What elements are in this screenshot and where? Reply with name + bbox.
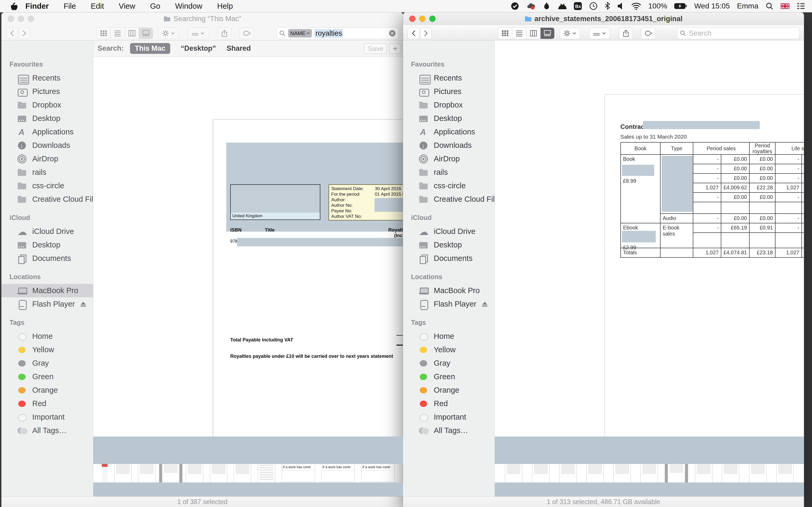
clear-search-icon[interactable] xyxy=(389,30,396,37)
close-button[interactable] xyxy=(409,15,415,22)
share-button[interactable] xyxy=(619,27,633,39)
gallery-thumbnail[interactable]: If a work has contr xyxy=(282,463,315,482)
sidebar-item[interactable]: Orange xyxy=(2,383,93,397)
column-view-button[interactable] xyxy=(526,28,541,39)
menu-item-go[interactable]: Go xyxy=(143,2,168,11)
sidebar-item[interactable]: MacBook Pro xyxy=(2,284,93,297)
scope-shared[interactable]: Shared xyxy=(226,44,251,53)
tag-button[interactable] xyxy=(240,27,254,39)
sidebar-item[interactable]: iCloud Drive xyxy=(2,225,93,238)
column-view-button[interactable] xyxy=(125,28,139,39)
group-menu-button[interactable] xyxy=(188,27,208,39)
group-menu-button[interactable] xyxy=(589,27,610,39)
sidebar-item[interactable]: Pictures xyxy=(2,85,93,98)
icon-view-button[interactable] xyxy=(97,28,111,39)
sidebar-item[interactable]: Dropbox xyxy=(2,98,93,112)
sidebar-item[interactable]: All Tags… xyxy=(2,424,93,437)
scope-this-mac[interactable]: This Mac xyxy=(130,43,170,54)
sidebar-item[interactable]: css-circle xyxy=(403,179,495,192)
cloud-app-status-icon[interactable] xyxy=(526,2,536,10)
close-button[interactable] xyxy=(8,15,14,22)
eject-icon[interactable] xyxy=(481,301,488,307)
sidebar-item[interactable]: All Tags… xyxy=(403,424,495,437)
blocker-status-icon[interactable]: Bx xyxy=(573,2,582,10)
minimize-button[interactable] xyxy=(419,15,425,22)
wifi-status-icon[interactable] xyxy=(631,2,641,10)
search-query-text[interactable]: royalties xyxy=(314,29,343,38)
sidebar-item[interactable]: Dropbox xyxy=(403,98,495,112)
save-search-button[interactable]: Save xyxy=(364,43,387,54)
sidebar-item[interactable]: Yellow xyxy=(2,343,93,356)
sidebar-item[interactable]: Important xyxy=(2,410,93,424)
sidebar-item[interactable]: Recents xyxy=(403,71,495,85)
animal-status-icon[interactable] xyxy=(557,2,566,10)
sidebar-item[interactable]: Home xyxy=(2,330,93,343)
sidebar-item[interactable]: Gray xyxy=(403,356,495,370)
back-button[interactable] xyxy=(408,27,419,39)
sidebar-item[interactable]: css-circle xyxy=(2,179,93,192)
sidebar-item[interactable]: Flash Player xyxy=(403,297,495,311)
right-title-bar[interactable]: archive_statements_200618173451_original xyxy=(403,12,804,25)
sidebar-item[interactable]: Applications xyxy=(403,125,495,138)
gallery-view-button[interactable] xyxy=(139,28,153,39)
gallery-view-button[interactable] xyxy=(541,28,554,39)
time-machine-status-icon[interactable] xyxy=(589,2,598,10)
zoom-button[interactable] xyxy=(28,15,34,22)
sidebar-item[interactable]: Gray xyxy=(2,356,93,370)
tag-button[interactable] xyxy=(641,27,656,39)
sales-statement-page[interactable]: Contract: Sales up to 31 March 2020 Book… xyxy=(605,94,804,449)
sidebar-item[interactable]: AirDrop xyxy=(403,152,495,166)
gallery-thumbnail[interactable]: If a work has contr xyxy=(361,463,395,482)
menu-item-view[interactable]: View xyxy=(111,2,143,11)
spotlight-icon[interactable] xyxy=(765,2,773,10)
search-field[interactable]: NAME royalties xyxy=(276,27,399,39)
search-token-name[interactable]: NAME xyxy=(288,29,312,38)
input-source-flag-icon[interactable] xyxy=(780,3,790,9)
sidebar-item[interactable]: Downloads xyxy=(403,138,495,152)
back-button[interactable] xyxy=(6,27,18,39)
sidebar-item[interactable]: Creative Cloud Files xyxy=(2,192,93,206)
menu-bar-clock[interactable]: Wed 15:05 xyxy=(694,2,730,10)
forward-button[interactable] xyxy=(420,27,432,39)
sidebar-item[interactable]: Downloads xyxy=(2,138,93,152)
menu-item-file[interactable]: File xyxy=(56,2,84,11)
notification-center-icon[interactable] xyxy=(797,3,805,9)
sidebar-item[interactable]: Flash Player xyxy=(2,297,93,311)
sidebar-item[interactable]: Desktop xyxy=(2,238,93,251)
sidebar-item[interactable]: Green xyxy=(403,370,495,383)
sidebar-item[interactable]: Home xyxy=(403,330,495,343)
sidebar-item[interactable]: Desktop xyxy=(403,238,495,251)
icon-view-button[interactable] xyxy=(498,28,512,39)
volume-status-icon[interactable] xyxy=(617,2,624,10)
sidebar-item[interactable]: Desktop xyxy=(2,112,93,125)
sidebar-item[interactable]: rails xyxy=(2,166,93,179)
bluetooth-status-icon[interactable] xyxy=(605,2,610,10)
sidebar-item[interactable]: Important xyxy=(403,410,495,424)
share-button[interactable] xyxy=(217,27,231,39)
menu-bar-user[interactable]: Emma xyxy=(737,2,758,10)
sidebar-item[interactable]: rails xyxy=(403,166,495,179)
menu-item-edit[interactable]: Edit xyxy=(83,2,111,11)
apple-menu-icon[interactable] xyxy=(9,2,17,11)
sidebar-item[interactable]: Documents xyxy=(403,251,495,265)
sidebar-item[interactable]: AirDrop xyxy=(2,152,93,166)
sidebar-item[interactable]: Red xyxy=(403,397,495,410)
list-view-button[interactable] xyxy=(111,28,125,39)
sidebar-item[interactable]: Applications xyxy=(2,125,93,138)
menu-item-window[interactable]: Window xyxy=(167,2,210,11)
royalty-statement-page[interactable]: United Kingdom Statement Date: 30 April … xyxy=(213,119,403,449)
zoom-button[interactable] xyxy=(429,15,436,22)
eject-icon[interactable] xyxy=(80,301,87,307)
search-field[interactable]: Search xyxy=(677,27,800,39)
sidebar-item[interactable]: Creative Cloud Files xyxy=(403,192,495,206)
sidebar-item[interactable]: MacBook Pro xyxy=(403,284,495,297)
action-menu-button[interactable] xyxy=(158,27,179,39)
menu-item-help[interactable]: Help xyxy=(210,2,241,11)
menu-item-finder[interactable]: Finder xyxy=(26,2,56,11)
sidebar-item[interactable]: Pictures xyxy=(403,85,495,98)
sidebar-item[interactable]: Documents xyxy=(2,251,93,265)
sidebar-item[interactable]: Desktop xyxy=(403,112,495,125)
sidebar-item[interactable]: Yellow xyxy=(403,343,495,356)
sidebar-item[interactable]: Orange xyxy=(403,383,495,397)
sidebar-item[interactable]: Recents xyxy=(2,71,93,85)
